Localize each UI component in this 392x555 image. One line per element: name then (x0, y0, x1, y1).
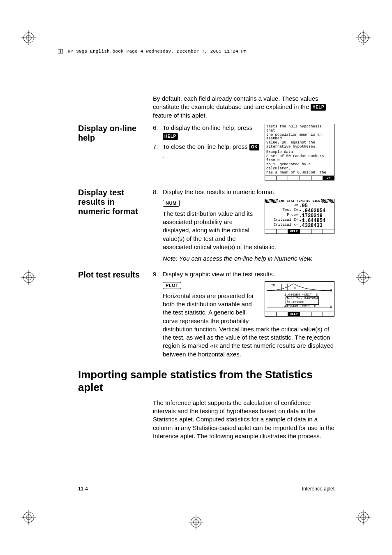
section-numeric-label: Display test results in numeric format (78, 188, 148, 216)
intro-tail: feature of this aplet. (153, 112, 207, 119)
page-footer: 11-4 Inference aplet (78, 484, 334, 492)
screen2-help: HELP (288, 229, 300, 234)
num-keycap: NUM (163, 200, 180, 207)
header-text: HP 39gs English.book Page 4 Wednesday, D… (68, 49, 247, 54)
s2-r5b: .4328433 (299, 223, 333, 228)
step7-tail: . (163, 152, 164, 159)
intro-text: By default, each field already contains … (153, 95, 318, 110)
section-plot-label: Plot test results (78, 270, 148, 280)
book-icon (58, 49, 63, 54)
screen2-title: INF STAT NUMERIC VIEW (278, 199, 321, 203)
footer-page-num: 11-4 (78, 486, 88, 492)
svg-text:Z: Z (330, 289, 332, 292)
plot-keycap: PLOT (163, 282, 181, 289)
screen1-l8: has a mean of 0.461368. The (266, 171, 333, 175)
calc-screen-numeric: INF STAT NUMERIC VIEW α=.05 Test Z=-.946… (265, 199, 334, 234)
step9-text: Display a graphic view of the test resul… (163, 271, 274, 278)
reg-mark-icon (356, 510, 371, 525)
help-keycap: HELP (311, 104, 326, 111)
page-header: HP 39gs English.book Page 4 Wednesday, D… (58, 47, 334, 54)
reg-mark-icon (21, 30, 36, 45)
help-keycap: HELP (163, 133, 178, 140)
screen3-help: HELP (288, 312, 300, 316)
reg-mark-icon (356, 270, 371, 285)
s2-r5a: Critical x̄= (266, 223, 298, 228)
screen1-l7: to 1, generated by a calculator, (266, 163, 333, 171)
step6-text: To display the on-line help, press (163, 124, 252, 131)
screen1-ok: OK (323, 176, 334, 180)
intro-paragraph: By default, each field already contains … (153, 95, 334, 120)
reg-mark-icon (21, 270, 36, 285)
section-help-label: Display on-line help (78, 124, 148, 143)
step8-text: Display the test results in numeric form… (163, 188, 276, 195)
ok-keycap: OK (249, 144, 259, 150)
reg-mark-icon (189, 515, 203, 530)
reject-symbol: «R (210, 342, 218, 349)
importing-heading: Importing sample statistics from the Sta… (78, 368, 334, 394)
reg-mark-icon (356, 30, 371, 45)
numeric-note: Note: You can access the on-line help in… (163, 255, 313, 262)
import-paragraph: The Inference aplet supports the calcula… (153, 399, 334, 440)
svg-text:0: 0 (294, 286, 296, 290)
svg-text:«R: «R (271, 283, 275, 287)
reg-mark-icon (21, 510, 36, 525)
footer-aplet-name: Inference aplet (302, 486, 334, 492)
s3-l3: x̄=.461368 (286, 301, 318, 304)
s3-l4: .4328433 ←CRIT. x̄ (282, 305, 332, 308)
step7-text: To close the on-line help, press (163, 143, 249, 150)
calc-screen-plot: «R 0 Z .5 x̄ -1.644854 ←CRIT. Z Test Z=-… (265, 281, 334, 317)
s3-l1: -1.644854 ←CRIT. Z (282, 293, 332, 297)
